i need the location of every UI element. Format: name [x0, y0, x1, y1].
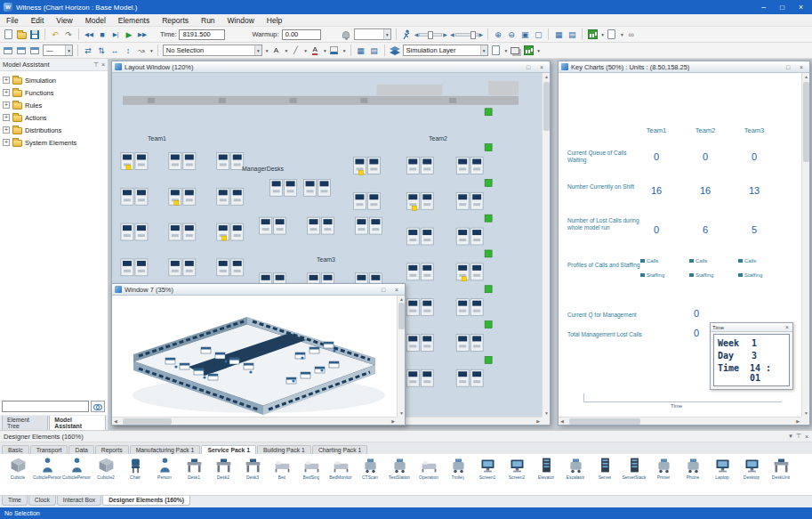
maximize-button[interactable]: □ — [775, 0, 790, 14]
scroll-up-icon[interactable]: ▲ — [398, 296, 406, 302]
scroll-right-icon[interactable]: ▶ — [536, 418, 540, 426]
scroll-down-icon[interactable]: ▼ — [398, 410, 406, 416]
scroll-thumb[interactable] — [569, 418, 640, 425]
window7-horizontal-scrollbar[interactable]: ◀ ▶ — [112, 417, 397, 425]
scroll-thumb[interactable] — [543, 82, 550, 131]
minimize-button[interactable]: – — [756, 0, 771, 14]
designer-element-serverstack[interactable]: ServerStack — [620, 456, 648, 480]
search-input[interactable] — [2, 401, 89, 412]
scroll-left-icon[interactable]: ◀ — [114, 418, 117, 426]
speed-slider[interactable]: ◀ ▶ — [414, 31, 447, 37]
expand-icon[interactable]: + — [3, 139, 10, 146]
close-button[interactable]: × — [793, 0, 808, 14]
chevron-down-icon[interactable]: ▾ — [537, 48, 540, 53]
chart-window-icon[interactable] — [523, 45, 534, 57]
experiment-run-icon[interactable] — [401, 28, 412, 41]
tab-time[interactable]: Time — [2, 496, 28, 506]
zoom-in-icon[interactable]: ⊕ — [493, 28, 503, 41]
designer-element-desktop[interactable]: Desktop — [737, 456, 766, 480]
search-button[interactable] — [91, 401, 105, 412]
grid-toggle-icon[interactable]: ▦ — [553, 28, 564, 41]
designer-element-deskunit[interactable]: DeskUnit — [767, 456, 795, 480]
designer-element-elevator[interactable]: Elevator — [532, 456, 560, 480]
chevron-down-icon[interactable]: ▾ — [343, 48, 346, 53]
tab-data[interactable]: Data — [68, 445, 93, 454]
expand-icon[interactable]: + — [3, 101, 10, 109]
slider-right-icon[interactable]: ▶ — [443, 31, 447, 37]
display-slider[interactable]: ◀ ▶ — [450, 31, 483, 37]
title-bar[interactable]: W Witness (Chart Horizon : Base Model.) … — [0, 0, 812, 14]
pin-icon[interactable]: ⊤ — [93, 61, 99, 69]
menu-edit[interactable]: Edit — [25, 14, 51, 26]
scroll-left-icon[interactable]: ◀ — [560, 418, 564, 426]
layout-close-button[interactable]: × — [536, 64, 547, 70]
key-charts-horizontal-scrollbar[interactable]: ◀ ▶ — [559, 417, 801, 425]
stretch-horizontal-icon[interactable]: ↔ — [109, 45, 120, 57]
scroll-right-icon[interactable]: ▶ — [391, 418, 395, 426]
designer-element-cubicleperson[interactable]: CubiclePerson — [33, 456, 61, 480]
slider-track[interactable] — [419, 33, 442, 36]
scroll-thumb[interactable] — [398, 303, 405, 329]
designer-element-printer[interactable]: Printer — [649, 456, 678, 480]
tab-interact-box[interactable]: Interact Box — [57, 496, 101, 506]
tab-transport[interactable]: Transport — [30, 445, 68, 454]
tab-building-pack-1[interactable]: Building Pack 1 — [257, 445, 311, 454]
designer-element-phone[interactable]: Phone — [679, 456, 707, 480]
tab-clock[interactable]: Clock — [28, 496, 56, 506]
layout-maximize-button[interactable]: □ — [523, 64, 534, 70]
time-box-window[interactable]: Time × Week1 Day3 Time14 : 01 — [710, 322, 793, 390]
designer-element-bedsing[interactable]: BedSing — [297, 456, 326, 480]
seek-start-icon[interactable]: ◀◀ — [84, 28, 94, 41]
designer-element-person[interactable]: Person — [150, 456, 179, 480]
new-chart-icon[interactable] — [587, 28, 598, 41]
grid-snap-icon[interactable]: ▤ — [369, 45, 380, 57]
menu-view[interactable]: View — [50, 14, 78, 26]
slider-track[interactable] — [455, 33, 478, 36]
tab-charting-pack-1[interactable]: Charting Pack 1 — [312, 445, 367, 454]
designer-element-ctscan[interactable]: CTScan — [356, 456, 384, 480]
align-horizontal-icon[interactable]: ⇄ — [83, 45, 93, 57]
step-icon[interactable]: ▶| — [110, 28, 121, 41]
fast-forward-icon[interactable]: ▶▶ — [137, 28, 148, 41]
tree-item-distributions[interactable]: +Distributions — [3, 125, 105, 135]
designer-element-screen2[interactable]: Screen2 — [502, 456, 531, 480]
link-icon[interactable]: ∞ — [626, 28, 637, 41]
new-file-icon[interactable] — [3, 28, 13, 41]
window7-vertical-scrollbar[interactable]: ▲ ▼ — [397, 296, 405, 417]
panel-close-icon[interactable]: × — [805, 434, 808, 440]
chevron-down-icon[interactable]: ▾ — [304, 48, 307, 53]
zoom-window-icon[interactable]: ▢ — [533, 28, 543, 41]
window7-close-button[interactable]: × — [391, 287, 402, 293]
layout-window-titlebar[interactable]: Layout Window (120%) □ × — [112, 61, 550, 73]
font-color-icon[interactable]: A — [310, 45, 320, 57]
expand-icon[interactable]: + — [3, 126, 10, 134]
key-charts-vertical-scrollbar[interactable]: ▲ ▼ — [801, 73, 809, 417]
tab-reports[interactable]: Reports — [95, 445, 129, 454]
pin-icon[interactable]: ⊤ — [796, 433, 801, 440]
key-charts-maximize-button[interactable]: □ — [783, 64, 793, 70]
stop-icon[interactable]: ■ — [97, 28, 108, 41]
stretch-vertical-icon[interactable]: ↕ — [123, 45, 133, 57]
window-new-icon[interactable] — [3, 45, 13, 57]
new-window-icon[interactable] — [491, 45, 502, 57]
slider-left-icon[interactable]: ◀ — [450, 31, 454, 37]
tree-item-simulation[interactable]: +Simulation — [3, 75, 105, 85]
menu-reports[interactable]: Reports — [156, 14, 195, 26]
report-page-icon[interactable] — [607, 28, 617, 41]
selection-combo[interactable]: No Selection▾ — [163, 45, 262, 56]
tree-item-rules[interactable]: +Rules — [3, 100, 105, 110]
slider-right-icon[interactable]: ▶ — [479, 31, 484, 37]
menu-file[interactable]: File — [0, 14, 25, 26]
font-icon[interactable]: A — [271, 45, 282, 57]
alert-bell-icon[interactable] — [341, 28, 351, 41]
designer-element-bed[interactable]: Bed — [268, 456, 296, 480]
chevron-down-icon[interactable]: ▾ — [150, 48, 153, 53]
window7-titlebar[interactable]: Window 7 (35%) □ × — [112, 284, 405, 296]
line-style-combo[interactable]: —▾ — [43, 45, 73, 56]
designer-element-desk3[interactable]: Desk3 — [238, 456, 267, 480]
scroll-right-icon[interactable]: ▶ — [796, 418, 800, 426]
layer-combo[interactable]: Simulation Layer▾ — [403, 45, 488, 56]
designer-element-cubicle2[interactable]: Cubicle2 — [92, 456, 120, 480]
designer-element-operation[interactable]: Operation — [414, 456, 443, 480]
tab-basic[interactable]: Basic — [2, 445, 29, 454]
